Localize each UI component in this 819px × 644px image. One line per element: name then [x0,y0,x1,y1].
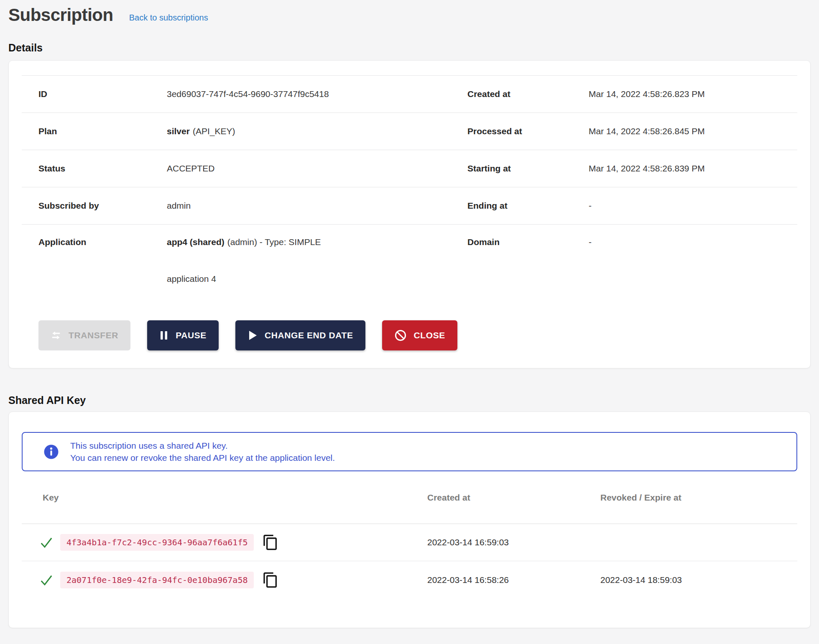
id-value: 3ed69037-747f-4c54-9690-37747f9c5418 [167,89,467,99]
status-value: ACCEPTED [167,164,467,174]
close-button[interactable]: CLOSE [382,320,457,350]
subscription-page: Subscription Back to subscriptions Detai… [0,0,819,628]
change-end-date-button-label: CHANGE END DATE [265,330,353,340]
detail-row-subscribed-by: Subscribed by admin Ending at - [22,187,797,224]
key-column-header: Key [22,493,427,503]
close-button-label: CLOSE [414,330,445,340]
created-at-label: Created at [467,89,589,99]
starting-at-label: Starting at [467,164,589,174]
pause-button-label: PAUSE [176,330,207,340]
details-card: ID 3ed69037-747f-4c54-9690-37747f9c5418 … [8,60,811,368]
valid-check-icon [39,536,54,549]
pause-button[interactable]: PAUSE [147,320,219,350]
domain-label: Domain [467,237,589,247]
processed-at-label: Processed at [467,126,589,136]
application-description: application 4 [167,274,467,284]
ending-at-value: - [589,201,797,211]
created-at-value: Mar 14, 2022 4:58:26.823 PM [589,89,797,99]
plan-name: silver [167,126,190,136]
application-line1: app4 (shared)(admin) - Type: SIMPLE [167,237,467,247]
status-label: Status [38,164,167,174]
key-table-row: 2a071f0e-18e9-42fa-94fc-0e10ba967a58 202… [22,561,797,598]
key-revoked-at: 2022-03-14 18:59:03 [600,575,797,585]
shared-api-key-card: This subscription uses a shared API key.… [8,411,811,628]
block-icon [394,329,407,342]
page-header: Subscription Back to subscriptions [8,5,811,25]
details-section-title: Details [8,42,811,54]
api-key-value: 2a071f0e-18e9-42fa-94fc-0e10ba967a58 [60,572,254,588]
plan-value: silver(API_KEY) [167,126,467,136]
key-table-header: Key Created at Revoked / Expire at [22,471,797,524]
application-name: app4 (shared) [167,237,225,247]
transfer-button-label: TRANSFER [69,330,118,340]
subscribed-by-value: admin [167,201,467,211]
api-key-value: 4f3a4b1a-f7c2-49cc-9364-96aa7f6a61f5 [60,534,254,551]
ending-at-label: Ending at [467,201,589,211]
change-end-date-button[interactable]: CHANGE END DATE [235,320,365,350]
application-label: Application [38,237,167,247]
alert-text: This subscription uses a shared API key.… [70,440,335,464]
valid-check-icon [39,574,54,586]
subscribed-by-label: Subscribed by [38,201,167,211]
transfer-button[interactable]: TRANSFER [38,320,130,350]
info-icon [43,444,59,460]
detail-row-id: ID 3ed69037-747f-4c54-9690-37747f9c5418 … [22,75,797,112]
revoked-column-header: Revoked / Expire at [600,493,797,503]
detail-row-status: Status ACCEPTED Starting at Mar 14, 2022… [22,150,797,187]
transfer-icon [51,330,61,341]
action-buttons: TRANSFER PAUSE CHANGE END DATE [38,320,797,350]
application-value: app4 (shared)(admin) - Type: SIMPLE appl… [167,237,467,284]
shared-key-info-alert: This subscription uses a shared API key.… [22,432,797,471]
alert-line1: This subscription uses a shared API key. [70,440,335,452]
copy-key-button[interactable] [261,571,280,589]
key-created-at: 2022-03-14 16:59:03 [427,537,600,547]
play-icon [247,330,258,341]
key-table-row: 4f3a4b1a-f7c2-49cc-9364-96aa7f6a61f5 202… [22,524,797,561]
page-title: Subscription [8,5,113,25]
pause-icon [159,330,168,340]
created-column-header: Created at [427,493,600,503]
starting-at-value: Mar 14, 2022 4:58:26.839 PM [589,164,797,174]
application-suffix: (admin) - Type: SIMPLE [227,237,321,247]
shared-api-key-section-title: Shared API Key [8,394,811,406]
plan-label: Plan [38,126,167,136]
domain-value: - [589,237,797,247]
key-created-at: 2022-03-14 16:58:26 [427,575,600,585]
detail-row-plan: Plan silver(API_KEY) Processed at Mar 14… [22,112,797,150]
id-label: ID [38,89,167,99]
processed-at-value: Mar 14, 2022 4:58:26.845 PM [589,126,797,136]
copy-key-button[interactable] [261,533,280,552]
plan-suffix: (API_KEY) [193,126,235,136]
alert-line2: You can renew or revoke the shared API k… [70,452,335,464]
back-to-subscriptions-link[interactable]: Back to subscriptions [129,13,208,23]
detail-row-application: Application app4 (shared)(admin) - Type:… [22,224,797,306]
